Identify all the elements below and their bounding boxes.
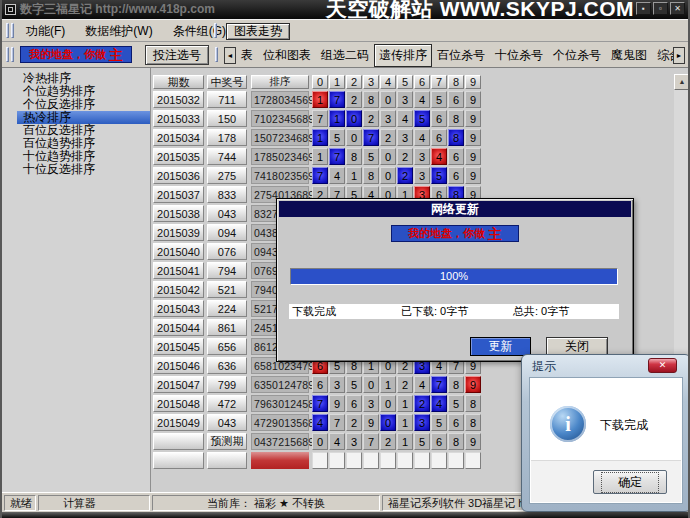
sidebar-item[interactable]: 十位反选排序 xyxy=(17,163,150,176)
number-cell: 预测期 xyxy=(207,433,247,450)
digit-cell: 8 xyxy=(448,110,464,127)
digit-cell: 0 xyxy=(346,110,362,127)
col-header-digit[interactable]: 7 xyxy=(431,75,447,89)
period-cell: 2015035 xyxy=(153,148,204,165)
table-row[interactable]: 201503574417850234691785023469 xyxy=(153,147,482,166)
table-row[interactable]: 201503271117280345691728034569 xyxy=(153,90,482,109)
period-cell: 2015048 xyxy=(153,395,204,412)
digit-cell xyxy=(346,452,362,469)
period-cell: 2015042 xyxy=(153,281,204,298)
digit-cell: 7 xyxy=(431,376,447,393)
tab-item[interactable]: 魔鬼图 xyxy=(606,45,652,66)
digit-cell: 4 xyxy=(414,91,430,108)
toolbar-grip[interactable] xyxy=(11,47,14,62)
digit-cell: 2 xyxy=(414,395,430,412)
number-cell xyxy=(207,452,247,469)
tab-item[interactable]: 综合图表2 xyxy=(652,45,673,66)
menu-item[interactable]: 数据维护(W) xyxy=(75,21,162,42)
digit-cell: 6 xyxy=(431,433,447,450)
toolbar-grip[interactable] xyxy=(11,23,14,38)
prompt-close-icon[interactable]: ✕ xyxy=(648,358,677,373)
window-titlebar[interactable]: 数字三福星记 http://www.418p.com 天空破解站 WWW.SKY… xyxy=(2,0,688,19)
table-row[interactable]: 201504779963501247896350124789 xyxy=(153,375,482,394)
digit-cell: 0 xyxy=(346,129,362,146)
table-row[interactable]: 201504904347290135684729013568 xyxy=(153,413,482,432)
toolbar-grip[interactable] xyxy=(215,47,218,62)
update-button[interactable]: 更新 xyxy=(470,337,531,356)
menu-item[interactable]: 功能(F) xyxy=(16,21,75,42)
toolbar-grip[interactable] xyxy=(214,23,217,38)
tab-selected[interactable]: 遗传排序 xyxy=(374,44,432,67)
digit-cell: 5 xyxy=(431,91,447,108)
prompt-content: i 下载完成 确定 xyxy=(529,377,683,504)
period-cell: 2015038 xyxy=(153,205,204,222)
digit-cell: 3 xyxy=(414,414,430,431)
tab-scroll-left-icon[interactable]: ◄ xyxy=(224,47,236,64)
digit-cell: 6 xyxy=(431,110,447,127)
table-row[interactable] xyxy=(153,451,482,470)
prompt-message: 下载完成 xyxy=(600,417,648,434)
col-header-digit[interactable]: 6 xyxy=(414,75,430,89)
ok-button[interactable]: 确定 xyxy=(593,470,667,494)
sort-cell xyxy=(251,452,309,469)
digit-cell: 9 xyxy=(465,91,481,108)
toolbar: 我的地盘，你做主 投注选号 xyxy=(2,42,224,67)
digit-cell: 6 xyxy=(312,376,328,393)
menu-item[interactable]: 条件组(G) xyxy=(163,21,236,42)
table-row[interactable]: 201503315071023456897102345689 xyxy=(153,109,482,128)
number-cell: 799 xyxy=(207,376,247,393)
bet-select-button[interactable]: 投注选号 xyxy=(145,45,209,65)
digit-cell xyxy=(465,452,481,469)
col-header-digit[interactable]: 0 xyxy=(312,75,328,89)
status-ready: 就绪 xyxy=(4,495,36,511)
table-row[interactable]: 预测期04372156890437215689 xyxy=(153,432,482,451)
close-button[interactable]: ✕ xyxy=(670,2,685,15)
slogan-text: 我的地盘，你做 xyxy=(29,47,106,62)
restore-button[interactable]: ▫ xyxy=(653,2,668,15)
digit-cell: 8 xyxy=(448,433,464,450)
col-header-number[interactable]: 中奖号 xyxy=(207,75,247,89)
period-cell xyxy=(153,452,204,469)
col-header-digit[interactable]: 3 xyxy=(363,75,379,89)
col-header-digit[interactable]: 9 xyxy=(465,75,481,89)
chart-trend-button[interactable]: 图表走势 xyxy=(226,23,290,40)
digit-cell: 3 xyxy=(414,148,430,165)
tab-item[interactable]: 个位杀号 xyxy=(548,45,606,66)
dialog-titlebar[interactable]: 网络更新 xyxy=(279,201,631,217)
col-header-digit[interactable]: 2 xyxy=(346,75,362,89)
col-header-digit[interactable]: 4 xyxy=(380,75,396,89)
col-header-digit[interactable]: 8 xyxy=(448,75,464,89)
tab-item[interactable]: 百位杀号 xyxy=(432,45,490,66)
col-header-digit[interactable]: 5 xyxy=(397,75,413,89)
table-row[interactable]: 201503417815072346891507234689 xyxy=(153,128,482,147)
digit-cell: 9 xyxy=(465,376,481,393)
digit-cell: 5 xyxy=(431,167,447,184)
period-cell: 2015044 xyxy=(153,319,204,336)
period-cell: 2015046 xyxy=(153,357,204,374)
tab-strip: ◄ 表位和图表组选二码遗传排序百位杀号十位杀号个位杀号魔鬼图综合图表2九宫图 ► xyxy=(224,44,685,66)
col-header-period[interactable]: 期数 xyxy=(153,75,204,89)
digit-cell: 1 xyxy=(397,433,413,450)
digit-cell: 8 xyxy=(363,91,379,108)
dialog-slogan-accent: 主 xyxy=(488,227,502,241)
number-cell: 711 xyxy=(207,91,247,108)
menu-items: 功能(F)数据维护(W)条件组(G) xyxy=(16,20,236,42)
tab-item[interactable]: 组选二码 xyxy=(316,45,374,66)
digit-cell: 4 xyxy=(414,129,430,146)
scroll-up-icon[interactable]: ▲ xyxy=(674,74,690,90)
tab-item[interactable]: 表 xyxy=(236,45,258,66)
col-header-sort[interactable]: 排序 xyxy=(251,75,309,89)
watermark-text: 天空破解站 WWW.SKYPJ.COM xyxy=(326,0,634,19)
table-header-row: 期数中奖号排序0123456789 xyxy=(153,74,482,90)
digit-cell xyxy=(448,452,464,469)
col-header-digit[interactable]: 1 xyxy=(329,75,345,89)
tab-scroll-right-icon[interactable]: ► xyxy=(673,47,685,64)
table-row[interactable]: 201503627574180235697418023569 xyxy=(153,166,482,185)
toolbar-grip[interactable] xyxy=(6,47,9,62)
tab-item[interactable]: 十位杀号 xyxy=(490,45,548,66)
tab-item[interactable]: 位和图表 xyxy=(258,45,316,66)
toolbar-grip[interactable] xyxy=(6,23,9,38)
table-row[interactable]: 201504847279630124587963012458 xyxy=(153,394,482,413)
minimize-button[interactable]: ▪ xyxy=(636,2,651,15)
digit-cell: 6 xyxy=(431,129,447,146)
